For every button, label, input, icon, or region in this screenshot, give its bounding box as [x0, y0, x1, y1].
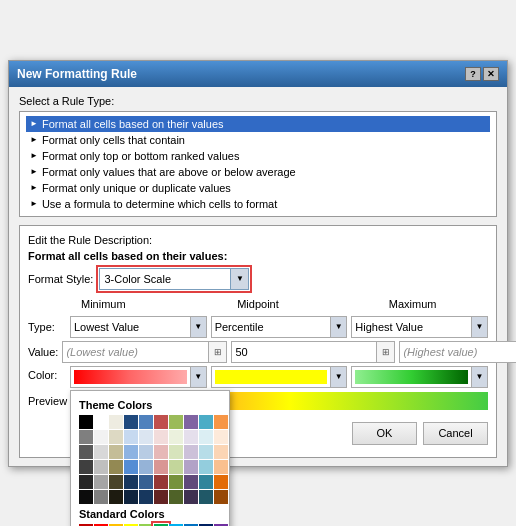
theme-color-swatch[interactable] [199, 490, 213, 504]
theme-color-swatch[interactable] [169, 415, 183, 429]
theme-color-swatch[interactable] [124, 430, 138, 444]
theme-color-swatch[interactable] [199, 445, 213, 459]
theme-color-swatch[interactable] [199, 415, 213, 429]
theme-color-swatch[interactable] [124, 415, 138, 429]
theme-color-swatch[interactable] [109, 490, 123, 504]
theme-color-swatch[interactable] [109, 460, 123, 474]
theme-color-swatch[interactable] [154, 445, 168, 459]
minimum-type-arrow[interactable]: ▼ [190, 317, 206, 337]
theme-color-swatch[interactable] [79, 490, 93, 504]
theme-color-swatch[interactable] [94, 460, 108, 474]
theme-color-swatch[interactable] [214, 445, 228, 459]
theme-color-swatch[interactable] [139, 460, 153, 474]
standard-colors-title: Standard Colors [79, 508, 221, 520]
rule-item-3[interactable]: Format only values that are above or bel… [26, 164, 490, 180]
theme-color-swatch[interactable] [109, 475, 123, 489]
theme-color-swatch[interactable] [139, 415, 153, 429]
theme-color-swatch[interactable] [94, 415, 108, 429]
help-button[interactable]: ? [465, 67, 481, 81]
midpoint-color-arrow[interactable]: ▼ [330, 367, 346, 387]
theme-color-swatch[interactable] [154, 430, 168, 444]
format-style-dropdown-btn[interactable]: ▼ [230, 269, 248, 289]
theme-color-swatch[interactable] [214, 490, 228, 504]
rule-item-2[interactable]: Format only top or bottom ranked values [26, 148, 490, 164]
midpoint-type-select[interactable]: Percentile ▼ [211, 316, 348, 338]
maximum-color-selector[interactable]: ▼ [351, 366, 488, 388]
theme-color-swatch[interactable] [184, 475, 198, 489]
midpoint-value-icon[interactable]: ⊞ [377, 341, 395, 363]
minimum-value-input[interactable] [62, 341, 209, 363]
theme-color-swatch[interactable] [199, 460, 213, 474]
theme-color-swatch[interactable] [79, 415, 93, 429]
theme-color-swatch[interactable] [214, 460, 228, 474]
midpoint-type-arrow[interactable]: ▼ [330, 317, 346, 337]
edit-section: Edit the Rule Description: Format all ce… [19, 225, 497, 458]
maximum-type-select[interactable]: Highest Value ▼ [351, 316, 488, 338]
theme-color-swatch[interactable] [124, 490, 138, 504]
theme-color-swatch[interactable] [184, 460, 198, 474]
maximum-color-arrow[interactable]: ▼ [471, 367, 487, 387]
theme-color-swatch[interactable] [79, 430, 93, 444]
theme-color-swatch[interactable] [199, 430, 213, 444]
edit-section-label: Edit the Rule Description: [28, 234, 488, 246]
midpoint-value-input[interactable] [231, 341, 377, 363]
close-button[interactable]: ✕ [483, 67, 499, 81]
theme-color-swatch[interactable] [169, 430, 183, 444]
theme-color-swatch[interactable] [94, 430, 108, 444]
rule-item-4[interactable]: Format only unique or duplicate values [26, 180, 490, 196]
minimum-header: Minimum [28, 298, 179, 310]
theme-color-swatch[interactable] [169, 490, 183, 504]
theme-color-swatch[interactable] [139, 445, 153, 459]
theme-color-swatch[interactable] [139, 490, 153, 504]
minimum-color-arrow[interactable]: ▼ [190, 367, 206, 387]
rule-item-0[interactable]: Format all cells based on their values [26, 116, 490, 132]
theme-color-swatch[interactable] [184, 430, 198, 444]
theme-color-swatch[interactable] [94, 490, 108, 504]
theme-color-swatch[interactable] [169, 475, 183, 489]
theme-color-swatch[interactable] [94, 445, 108, 459]
theme-color-swatch[interactable] [139, 475, 153, 489]
theme-color-swatch[interactable] [124, 475, 138, 489]
theme-color-swatch[interactable] [94, 475, 108, 489]
maximum-value-input[interactable] [399, 341, 516, 363]
midpoint-color-selector[interactable]: ▼ [211, 366, 348, 388]
theme-color-swatch[interactable] [154, 475, 168, 489]
theme-color-swatch[interactable] [154, 490, 168, 504]
theme-color-swatch[interactable] [214, 475, 228, 489]
columns-headers-row: Minimum Midpoint Maximum [28, 298, 488, 312]
theme-color-swatch[interactable] [184, 415, 198, 429]
ok-button[interactable]: OK [352, 422, 417, 445]
theme-color-swatch[interactable] [79, 460, 93, 474]
format-style-select[interactable]: 3-Color Scale ▼ [99, 268, 249, 290]
rule-item-1[interactable]: Format only cells that contain [26, 132, 490, 148]
select-rule-type-label: Select a Rule Type: [19, 95, 497, 107]
rule-item-5[interactable]: Use a formula to determine which cells t… [26, 196, 490, 212]
theme-color-swatch[interactable] [154, 415, 168, 429]
theme-color-swatch[interactable] [184, 445, 198, 459]
theme-color-swatch[interactable] [79, 445, 93, 459]
theme-color-swatch[interactable] [214, 415, 228, 429]
theme-color-swatch[interactable] [169, 460, 183, 474]
theme-color-swatch[interactable] [199, 475, 213, 489]
minimum-type-select[interactable]: Lowest Value ▼ [70, 316, 207, 338]
midpoint-color-bar [215, 370, 328, 384]
theme-color-swatch[interactable] [124, 460, 138, 474]
theme-color-swatch[interactable] [169, 445, 183, 459]
theme-color-grid [79, 415, 221, 504]
format-style-row: Format Style: 3-Color Scale ▼ [28, 268, 488, 290]
maximum-type-arrow[interactable]: ▼ [471, 317, 487, 337]
theme-color-swatch[interactable] [139, 430, 153, 444]
theme-color-swatch[interactable] [214, 430, 228, 444]
maximum-header: Maximum [337, 298, 488, 310]
theme-color-swatch[interactable] [109, 415, 123, 429]
theme-color-swatch[interactable] [124, 445, 138, 459]
midpoint-value-cell: ⊞ [231, 341, 395, 363]
minimum-value-icon[interactable]: ⊞ [209, 341, 227, 363]
theme-color-swatch[interactable] [109, 430, 123, 444]
cancel-button[interactable]: Cancel [423, 422, 488, 445]
minimum-color-selector[interactable]: ▼ [70, 366, 207, 388]
theme-color-swatch[interactable] [79, 475, 93, 489]
theme-color-swatch[interactable] [184, 490, 198, 504]
theme-color-swatch[interactable] [154, 460, 168, 474]
theme-color-swatch[interactable] [109, 445, 123, 459]
